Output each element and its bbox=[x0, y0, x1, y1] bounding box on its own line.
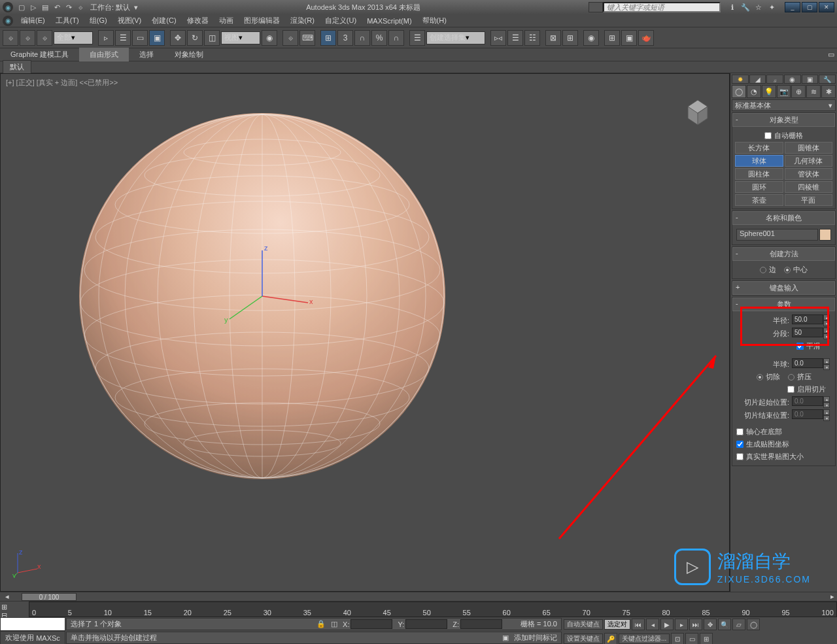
time-tag-label[interactable]: 添加时间标记 bbox=[514, 633, 557, 643]
base-pivot-checkbox[interactable] bbox=[736, 428, 743, 435]
ribbon-select[interactable]: 选择 bbox=[129, 48, 164, 61]
workspace-dropdown[interactable]: 工作台: 默认 bbox=[90, 3, 130, 12]
render-frame-icon[interactable]: ▣ bbox=[621, 30, 637, 46]
spinner-down-icon[interactable]: ▾ bbox=[823, 320, 830, 326]
render-icon[interactable]: 🫖 bbox=[638, 30, 654, 46]
axis-gizmo-icon[interactable]: x y z bbox=[210, 244, 315, 348]
comm-icon[interactable]: ☆ bbox=[753, 2, 764, 12]
gen-mapping-checkbox[interactable] bbox=[736, 441, 743, 448]
autogrid-checkbox[interactable] bbox=[764, 132, 772, 139]
isolate-icon[interactable]: ◫ bbox=[331, 620, 337, 628]
nav-region-icon[interactable]: ▭ bbox=[685, 633, 698, 644]
undo-icon[interactable]: ↶ bbox=[51, 2, 63, 12]
close-button[interactable]: ✕ bbox=[819, 2, 834, 12]
rollout-header[interactable]: -创建方法 bbox=[732, 247, 835, 261]
selection-filter-dropdown[interactable]: 全部 ▾ bbox=[54, 31, 93, 44]
track-toggle-icon[interactable]: ⊞ bbox=[1, 603, 27, 611]
tab-motion-icon[interactable]: ◉ bbox=[784, 75, 801, 84]
nav-fov-icon[interactable]: ▱ bbox=[732, 619, 745, 630]
btn-sphere[interactable]: 球体 bbox=[735, 155, 783, 167]
lock-icon[interactable]: 🔒 bbox=[316, 620, 326, 628]
cat-systems-icon[interactable]: ✱ bbox=[821, 85, 836, 98]
keyfilter-button[interactable]: 关键点过滤器... bbox=[619, 634, 670, 644]
viewcube-icon[interactable] bbox=[679, 93, 716, 130]
ribbon-collapse-icon[interactable]: ▭ bbox=[825, 50, 837, 60]
play-prev-icon[interactable]: ◂ bbox=[646, 619, 659, 630]
real-world-checkbox[interactable] bbox=[736, 453, 743, 460]
nav-zoom-ext-icon[interactable]: ⊡ bbox=[671, 633, 684, 644]
save-icon[interactable]: ▤ bbox=[39, 2, 51, 12]
link-icon[interactable]: ⟐ bbox=[75, 2, 86, 12]
primitive-type-dropdown[interactable]: 标准基本体▾ bbox=[732, 99, 836, 111]
rollout-header[interactable]: +键盘输入 bbox=[732, 281, 835, 295]
btn-torus[interactable]: 圆环 bbox=[735, 181, 783, 193]
spinner-up-icon[interactable]: ▴ bbox=[823, 328, 830, 333]
time-slider-handle[interactable]: 0 / 100 bbox=[22, 593, 77, 601]
radio-chop[interactable]: 切除 bbox=[757, 372, 780, 382]
play-end-icon[interactable]: ⏭ bbox=[689, 619, 702, 630]
manip-icon[interactable]: ⟐ bbox=[282, 30, 298, 46]
menu-modifiers[interactable]: 修改器 bbox=[182, 14, 214, 27]
nav-zoom-icon[interactable]: 🔍 bbox=[718, 619, 731, 630]
open-icon[interactable]: ▷ bbox=[27, 2, 39, 12]
play-start-icon[interactable]: ⏮ bbox=[632, 619, 645, 630]
curve-editor-icon[interactable]: ⊠ bbox=[545, 30, 561, 46]
move-icon[interactable]: ✥ bbox=[170, 30, 186, 46]
key-icon[interactable]: 🔑 bbox=[604, 633, 617, 644]
btn-teapot[interactable]: 茶壶 bbox=[735, 194, 783, 206]
coord-y-input[interactable] bbox=[405, 619, 447, 629]
script-icon[interactable]: ▣ bbox=[502, 634, 509, 642]
radio-squash[interactable]: 挤压 bbox=[788, 372, 811, 382]
tab-utilities-icon[interactable]: 🔧 bbox=[819, 75, 836, 84]
menu-customize[interactable]: 自定义(U) bbox=[320, 14, 362, 27]
play-icon[interactable]: ▶ bbox=[660, 619, 674, 630]
new-icon[interactable]: ▢ bbox=[16, 2, 27, 12]
radio-center[interactable]: 中心 bbox=[784, 265, 808, 275]
menu-create[interactable]: 创建(C) bbox=[146, 14, 181, 27]
tab-hierarchy-icon[interactable]: ⟓ bbox=[766, 75, 783, 84]
menu-tools[interactable]: 工具(T) bbox=[50, 14, 84, 27]
segments-input[interactable]: 50 bbox=[792, 328, 823, 337]
btn-geosphere[interactable]: 几何球体 bbox=[785, 155, 833, 167]
app-logo-icon[interactable]: ◉ bbox=[3, 2, 13, 12]
scale-icon[interactable]: ◫ bbox=[204, 30, 220, 46]
keyboard-shortcut-icon[interactable]: ⌨ bbox=[299, 30, 315, 46]
play-next-icon[interactable]: ▸ bbox=[675, 619, 688, 630]
menu-edit[interactable]: 编辑(E) bbox=[16, 14, 50, 27]
coord-z-input[interactable] bbox=[460, 619, 502, 629]
radio-edge[interactable]: 边 bbox=[760, 265, 776, 275]
tab-display-icon[interactable]: ▣ bbox=[802, 75, 819, 84]
spinner-down-icon[interactable]: ▾ bbox=[823, 364, 830, 370]
btn-cylinder[interactable]: 圆柱体 bbox=[735, 168, 783, 180]
sphere-object[interactable]: x y z bbox=[79, 113, 445, 479]
mirror-icon[interactable]: ▹◃ bbox=[490, 30, 506, 46]
cat-lights-icon[interactable]: 💡 bbox=[762, 85, 776, 98]
named-selection-dropdown[interactable]: 创建选择集 ▾ bbox=[426, 31, 485, 44]
select-icon[interactable]: ▹ bbox=[98, 30, 114, 46]
ribbon-graphite[interactable]: Graphite 建模工具 bbox=[0, 48, 79, 61]
nav-orbit-icon[interactable]: ◯ bbox=[747, 619, 760, 630]
angle-snap-icon[interactable]: 3 bbox=[337, 30, 353, 46]
star-icon[interactable]: ✦ bbox=[766, 2, 777, 12]
menu-group[interactable]: 组(G) bbox=[84, 14, 112, 27]
help-search-input[interactable] bbox=[603, 2, 721, 12]
snap-icon[interactable]: ∩ bbox=[388, 30, 404, 46]
bind-tool-icon[interactable]: ⟐ bbox=[37, 30, 52, 46]
maximize-button[interactable]: ▢ bbox=[802, 2, 817, 12]
select-region-icon[interactable]: ▭ bbox=[132, 30, 148, 46]
material-editor-icon[interactable]: ◉ bbox=[583, 30, 599, 46]
render-setup-icon[interactable]: ⊞ bbox=[604, 30, 620, 46]
tab-modify-icon[interactable]: ◢ bbox=[749, 75, 766, 84]
render-swatch[interactable] bbox=[0, 617, 65, 631]
schematic-icon[interactable]: ⊞ bbox=[562, 30, 578, 46]
autokey-button[interactable]: 自动关键点 bbox=[564, 619, 603, 630]
tl-prev-icon[interactable]: ◂ bbox=[5, 592, 9, 601]
spinner-snap-icon[interactable]: % bbox=[371, 30, 387, 46]
menu-graph[interactable]: 图形编辑器 bbox=[239, 14, 285, 27]
color-swatch[interactable] bbox=[819, 229, 831, 241]
cat-cameras-icon[interactable]: 📷 bbox=[777, 85, 791, 98]
select-name-icon[interactable]: ☰ bbox=[115, 30, 131, 46]
key-icon[interactable]: 🔧 bbox=[740, 2, 751, 12]
coord-x-input[interactable] bbox=[350, 619, 392, 629]
menu-render[interactable]: 渲染(R) bbox=[285, 14, 320, 27]
